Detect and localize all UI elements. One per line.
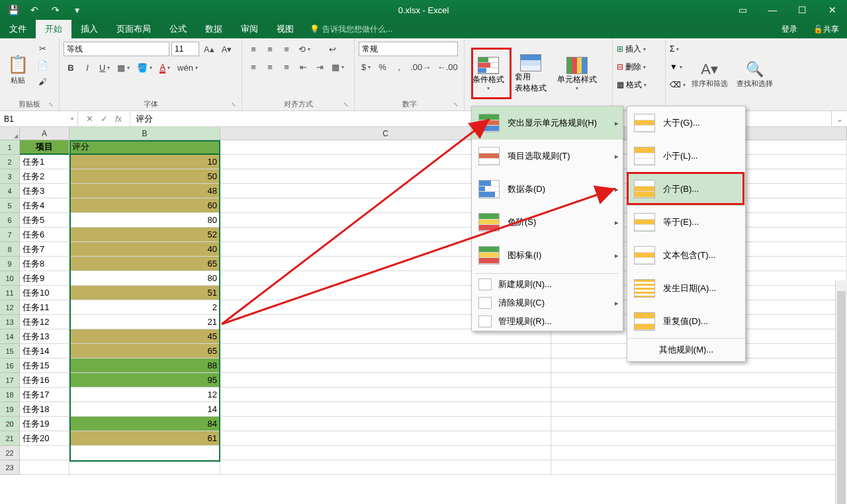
cell[interactable]: 2 bbox=[69, 300, 220, 315]
cell[interactable]: 任务13 bbox=[20, 329, 69, 344]
menu-data-bars[interactable]: 数据条(D) bbox=[472, 173, 623, 206]
cell[interactable]: 12 bbox=[69, 388, 220, 402]
cancel-formula-icon[interactable]: ✕ bbox=[83, 114, 95, 124]
tab-file[interactable]: 文件 bbox=[0, 20, 36, 38]
enter-formula-icon[interactable]: ✓ bbox=[98, 114, 110, 124]
autosum-icon[interactable]: Σ bbox=[670, 44, 674, 54]
cell[interactable]: 任务6 bbox=[20, 228, 69, 242]
cell[interactable] bbox=[220, 344, 551, 358]
cell[interactable]: 21 bbox=[69, 315, 220, 329]
tab-layout[interactable]: 页面布局 bbox=[107, 20, 160, 38]
cell[interactable]: 任务9 bbox=[20, 271, 69, 286]
cell[interactable]: 48 bbox=[69, 184, 220, 198]
cell[interactable]: 任务19 bbox=[20, 417, 69, 431]
cell[interactable] bbox=[20, 460, 69, 475]
increase-indent-icon[interactable]: ⇥ bbox=[312, 60, 327, 74]
cell[interactable] bbox=[220, 402, 551, 417]
menu-top-bottom-rules[interactable]: 项目选取规则(T) bbox=[472, 140, 623, 173]
insert-cells-icon[interactable]: ⊞ bbox=[617, 44, 623, 54]
tab-data[interactable]: 数据 bbox=[196, 20, 232, 38]
tab-formula[interactable]: 公式 bbox=[160, 20, 196, 38]
row-header[interactable]: 12 bbox=[0, 300, 20, 315]
cell[interactable]: 任务15 bbox=[20, 358, 69, 373]
cell[interactable]: 14 bbox=[69, 402, 220, 417]
wrap-text-icon[interactable]: ↩ bbox=[325, 42, 339, 56]
cell[interactable]: 任务10 bbox=[20, 286, 69, 300]
menu-greater-than[interactable]: 大于(G)... bbox=[627, 106, 745, 140]
clear-icon[interactable]: ⌫ bbox=[670, 80, 681, 89]
cell[interactable] bbox=[220, 446, 551, 460]
share-button[interactable]: 🔓 共享 bbox=[805, 20, 847, 38]
cell[interactable]: 95 bbox=[69, 373, 220, 388]
row-header[interactable]: 23 bbox=[0, 460, 20, 475]
cut-icon[interactable]: ✂ bbox=[34, 41, 50, 56]
insert-cells-label[interactable]: 插入 bbox=[625, 44, 641, 55]
cell[interactable]: 任务2 bbox=[20, 169, 69, 184]
tell-me-box[interactable]: 💡 告诉我您想做什么... bbox=[310, 20, 392, 38]
tab-review[interactable]: 审阅 bbox=[232, 20, 267, 38]
format-cells-label[interactable]: 格式 bbox=[626, 79, 642, 91]
menu-new-rule[interactable]: 新建规则(N)... bbox=[472, 275, 623, 294]
increase-font-icon[interactable]: A▴ bbox=[201, 42, 217, 56]
menu-clear-rules[interactable]: 清除规则(C) ▸ bbox=[472, 294, 623, 312]
menu-color-scales[interactable]: 色阶(S) bbox=[472, 206, 623, 239]
cell[interactable]: 任务12 bbox=[20, 315, 69, 329]
cell[interactable]: 评分 bbox=[69, 140, 220, 155]
close-icon[interactable]: ✕ bbox=[817, 0, 847, 20]
menu-text-contains[interactable]: 文本包含(T)... bbox=[627, 239, 745, 272]
cell[interactable] bbox=[220, 417, 551, 431]
cell[interactable] bbox=[69, 446, 220, 460]
align-top-icon[interactable]: ≡ bbox=[246, 42, 261, 56]
cell[interactable] bbox=[220, 358, 551, 373]
menu-icon-sets[interactable]: 图标集(I) bbox=[472, 239, 623, 272]
tab-home[interactable]: 开始 bbox=[36, 20, 71, 38]
maximize-icon[interactable]: ☐ bbox=[787, 0, 817, 20]
font-launcher-icon[interactable]: ⤡ bbox=[231, 101, 236, 108]
cell[interactable]: 任务1 bbox=[20, 155, 69, 169]
find-select-button[interactable]: 🔍 查找和选择 bbox=[733, 41, 776, 107]
underline-button[interactable]: U bbox=[97, 60, 112, 75]
cell[interactable]: 80 bbox=[69, 213, 220, 228]
menu-duplicate-values[interactable]: 重复值(D)... bbox=[627, 305, 745, 338]
fill-color-button[interactable]: 🪣 bbox=[134, 60, 155, 75]
col-header-b[interactable]: B bbox=[69, 127, 220, 140]
copy-icon[interactable]: 📄 bbox=[34, 58, 50, 72]
row-header[interactable]: 22 bbox=[0, 446, 20, 460]
row-header[interactable]: 15 bbox=[0, 344, 20, 358]
font-color-button[interactable]: A bbox=[157, 60, 173, 75]
expand-formula-bar-icon[interactable]: ⌄ bbox=[831, 111, 847, 126]
delete-cells-label[interactable]: 删除 bbox=[625, 62, 641, 73]
cell[interactable]: 任务18 bbox=[20, 402, 69, 417]
select-all-corner[interactable] bbox=[0, 127, 20, 140]
minimize-icon[interactable]: — bbox=[758, 0, 787, 20]
bold-button[interactable]: B bbox=[64, 60, 78, 75]
row-header[interactable]: 13 bbox=[0, 315, 20, 329]
decrease-font-icon[interactable]: A▾ bbox=[219, 42, 235, 56]
align-right-icon[interactable]: ≡ bbox=[279, 60, 294, 74]
row-header[interactable]: 2 bbox=[0, 155, 20, 169]
paste-button[interactable]: 📋 粘贴 bbox=[4, 41, 32, 97]
cell[interactable]: 60 bbox=[69, 198, 220, 213]
increase-decimal-icon[interactable]: .00→ bbox=[408, 60, 433, 74]
cell[interactable] bbox=[220, 373, 551, 388]
cell[interactable] bbox=[551, 417, 847, 431]
border-button[interactable]: ▦ bbox=[114, 60, 132, 75]
align-middle-icon[interactable]: ≡ bbox=[263, 42, 277, 56]
row-header[interactable]: 18 bbox=[0, 388, 20, 402]
name-box[interactable]: B1 bbox=[0, 111, 78, 126]
align-center-icon[interactable]: ≡ bbox=[263, 60, 277, 74]
format-as-table-button[interactable]: 套用 表格格式 bbox=[511, 41, 551, 107]
cell[interactable]: 40 bbox=[69, 242, 220, 257]
number-launcher-icon[interactable]: ⤡ bbox=[453, 101, 459, 108]
menu-less-than[interactable]: 小于(L)... bbox=[627, 140, 745, 173]
menu-highlight-cells-rules[interactable]: 突出显示单元格规则(H) bbox=[472, 106, 623, 140]
row-header[interactable]: 9 bbox=[0, 257, 20, 271]
col-header-a[interactable]: A bbox=[20, 127, 69, 140]
cell[interactable]: 任务4 bbox=[20, 198, 69, 213]
cell[interactable]: 61 bbox=[69, 431, 220, 446]
clipboard-launcher-icon[interactable]: ⤡ bbox=[48, 101, 54, 108]
undo-icon[interactable]: ↶ bbox=[25, 2, 44, 18]
cell[interactable]: 任务17 bbox=[20, 388, 69, 402]
row-header[interactable]: 1 bbox=[0, 140, 20, 155]
row-header[interactable]: 20 bbox=[0, 417, 20, 431]
